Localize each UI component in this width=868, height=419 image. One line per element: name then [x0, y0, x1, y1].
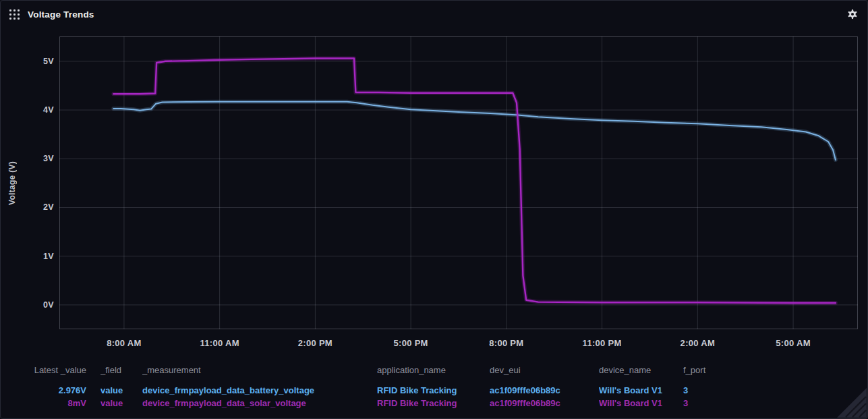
legend-cell-solar_voltage[interactable]: ac1f09fffe06b89c [490, 398, 596, 408]
x-tick-label: 11:00 PM [583, 338, 622, 348]
voltage-trends-panel: Voltage Trends Voltage (V) 0V1V2V3V4V5V … [0, 0, 868, 419]
legend-column-header: application_name [377, 365, 487, 375]
legend-column-header: device_name [599, 365, 681, 375]
legend-cell-battery_voltage[interactable]: ac1f09fffe06b89c [490, 385, 596, 395]
legend-cell-battery_voltage[interactable]: device_frmpayload_data_battery_voltage [142, 385, 374, 395]
y-tick-label: 5V [43, 57, 54, 66]
legend-cell-solar_voltage[interactable]: value [100, 398, 140, 408]
x-axis-tick-labels: 8:00 AM11:00 AM2:00 PM5:00 PM8:00 PM11:0… [59, 338, 858, 352]
x-tick-label: 8:00 AM [107, 338, 141, 348]
legend-cell-solar_voltage[interactable]: 3 [683, 398, 721, 408]
legend-cell-battery_voltage[interactable]: RFID Bike Tracking [377, 385, 487, 395]
x-tick-label: 5:00 AM [776, 338, 810, 348]
legend-column-header: f_port [683, 365, 721, 375]
chart-svg[interactable] [59, 36, 858, 329]
y-tick-label: 4V [43, 105, 54, 115]
y-tick-label: 3V [43, 154, 54, 163]
legend-table: Latest _value_field_measurementapplicati… [1, 362, 756, 413]
series-glow-solar_voltage [113, 59, 836, 304]
legend-cell-solar_voltage[interactable]: 8mV [19, 398, 86, 408]
series-glow-battery_voltage [113, 102, 836, 160]
legend-cell-battery_voltage[interactable]: Will's Board V1 [599, 385, 681, 395]
legend-cell-solar_voltage[interactable]: RFID Bike Tracking [377, 398, 487, 408]
gear-icon[interactable] [846, 8, 859, 20]
legend-cell-battery_voltage[interactable]: value [100, 385, 140, 395]
legend-cell-solar_voltage[interactable]: Will's Board V1 [599, 398, 681, 408]
legend-column-header: _field [100, 365, 140, 375]
x-tick-label: 8:00 PM [489, 338, 523, 348]
x-tick-label: 11:00 AM [200, 338, 239, 348]
legend-cell-solar_voltage[interactable]: device_frmpayload_data_solar_voltage [142, 398, 374, 408]
legend-column-header: Latest _value [19, 365, 86, 375]
series-line-battery_voltage [113, 102, 836, 160]
resize-handle[interactable] [836, 387, 867, 418]
drag-handle-dots-icon[interactable] [9, 9, 20, 20]
plot-border [60, 37, 858, 329]
legend-column-header: dev_eui [490, 365, 596, 375]
y-tick-label: 2V [43, 202, 54, 212]
series-line-solar_voltage [113, 59, 836, 304]
x-tick-label: 2:00 AM [681, 338, 715, 348]
legend-column-header: _measurement [142, 365, 374, 375]
legend-cell-battery_voltage[interactable]: 2.976V [19, 385, 86, 395]
legend-cell-battery_voltage[interactable]: 3 [683, 385, 721, 395]
panel-title[interactable]: Voltage Trends [28, 9, 94, 20]
x-tick-label: 5:00 PM [394, 338, 428, 348]
y-tick-label: 1V [43, 252, 54, 261]
y-axis-tick-labels: 0V1V2V3V4V5V [1, 36, 54, 329]
y-tick-label: 0V [43, 300, 54, 310]
x-tick-label: 2:00 PM [298, 338, 332, 348]
